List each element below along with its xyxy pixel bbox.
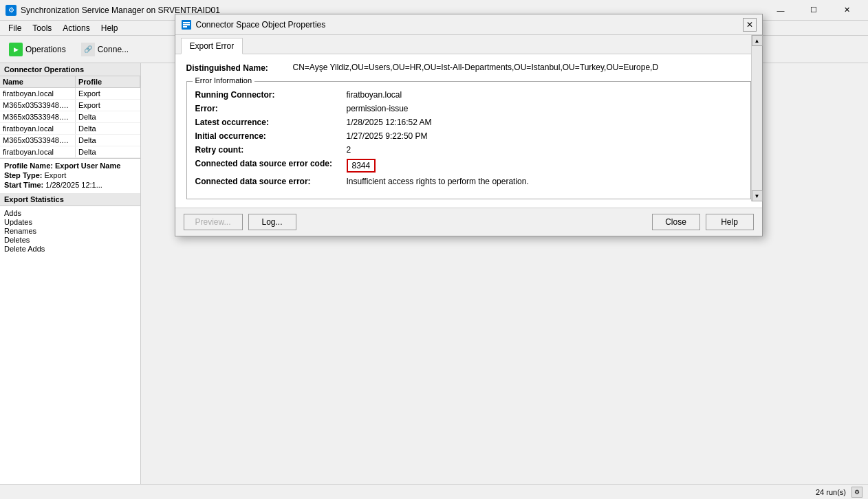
dialog-scroll-up[interactable]: ▲ [752, 35, 763, 46]
error-label: Error: [195, 104, 347, 113]
retry-label: Retry count: [195, 145, 347, 155]
footer-right: Close Help [652, 214, 754, 230]
retry-value: 2 [347, 145, 351, 155]
dialog-overlay: Connector Space Object Properties ✕ Expo… [0, 0, 868, 499]
log-button[interactable]: Log... [248, 214, 296, 230]
dialog-title-bar: Connector Space Object Properties ✕ [175, 14, 762, 35]
help-button[interactable]: Help [706, 214, 754, 230]
preview-button[interactable]: Preview... [184, 214, 243, 230]
ds-code-value: 8344 [347, 159, 376, 173]
dialog-tabs: Export Error [175, 35, 762, 54]
error-initial: Initial occurrence: 1/27/2025 9:22:50 PM [195, 131, 742, 141]
dn-label: Distinguished Name: [186, 63, 293, 73]
initial-value: 1/27/2025 9:22:50 PM [347, 131, 428, 141]
latest-label: Latest occurrence: [195, 118, 347, 127]
error-value: permission-issue [347, 104, 409, 113]
status-icon: ⚙ [851, 487, 862, 498]
status-runs: 24 run(s) [816, 488, 846, 496]
status-bar: 24 run(s) ⚙ [0, 484, 868, 499]
svg-rect-3 [183, 26, 187, 27]
close-button[interactable]: Close [652, 214, 700, 230]
error-ds-code: Connected data source error code: 8344 [195, 159, 742, 173]
dialog-icon [181, 19, 192, 30]
dn-value: CN=Ayşe Yildiz,OU=Users,OU=HR,OU=Ist-All… [293, 63, 659, 72]
ds-error-label: Connected data source error: [195, 177, 347, 186]
dialog-content: Distinguished Name: CN=Ayşe Yildiz,OU=Us… [175, 54, 762, 208]
main-window: ⚙ Synchronization Service Manager on SRV… [0, 0, 868, 499]
tab-export-error[interactable]: Export Error [181, 38, 243, 54]
running-connector-label: Running Connector: [195, 90, 347, 100]
dialog-scroll-down[interactable]: ▼ [752, 190, 763, 201]
dialog: Connector Space Object Properties ✕ Expo… [175, 14, 763, 236]
dialog-scroll-track [752, 46, 762, 190]
dn-row: Distinguished Name: CN=Ayşe Yildiz,OU=Us… [186, 63, 751, 73]
initial-label: Initial occurrence: [195, 131, 347, 141]
running-connector-value: firatboyan.local [347, 90, 402, 100]
dialog-footer: Preview... Log... Close Help [175, 208, 762, 236]
error-latest: Latest occurrence: 1/28/2025 12:16:52 AM [195, 118, 742, 127]
error-info-legend: Error Information [193, 76, 255, 85]
error-running-connector: Running Connector: firatboyan.local [195, 90, 742, 100]
dialog-scrollbar: ▲ ▼ [751, 35, 762, 201]
svg-rect-1 [183, 22, 190, 23]
svg-rect-2 [183, 24, 190, 25]
ds-code-label: Connected data source error code: [195, 159, 347, 168]
ds-error-value: Insufficient access rights to perform th… [347, 177, 529, 186]
dialog-close-icon[interactable]: ✕ [743, 18, 757, 32]
latest-value: 1/28/2025 12:16:52 AM [347, 118, 432, 127]
dialog-title-left: Connector Space Object Properties [181, 19, 326, 30]
error-retry: Retry count: 2 [195, 145, 742, 155]
error-error: Error: permission-issue [195, 104, 742, 113]
dialog-title: Connector Space Object Properties [196, 20, 326, 30]
error-info-box: Error Information Running Connector: fir… [186, 81, 751, 199]
error-ds-error: Connected data source error: Insufficien… [195, 177, 742, 186]
